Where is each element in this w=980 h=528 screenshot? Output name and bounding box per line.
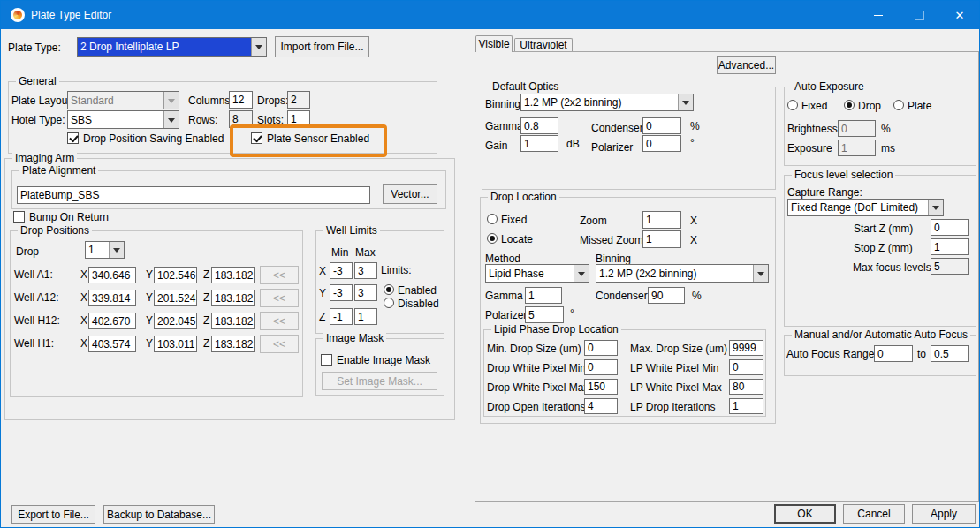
condenser-field[interactable]: 0 [642,117,681,134]
dl-polarizer-field[interactable]: 5 [525,306,564,323]
gain-label: Gain [485,140,507,152]
well-z-field[interactable]: 183.182 [211,290,255,306]
limits-label: Limits: [381,264,412,276]
enable-image-mask-checkbox[interactable] [321,354,332,366]
drop-position-saving-checkbox[interactable] [67,132,79,144]
plate-sensor-checkbox[interactable] [251,132,262,144]
hotel-type-combo[interactable]: SBS [67,110,179,129]
lp-white-pixel-min-field[interactable]: 0 [729,359,763,375]
advanced-button[interactable]: Advanced... [717,56,776,74]
slots-field[interactable]: 1 [287,110,310,128]
max-drop-size-field[interactable]: 9999 [729,340,763,356]
max-drop-size-label: Max. Drop Size (um) [630,343,727,355]
bump-on-return-checkbox[interactable] [13,211,25,223]
hotel-type-label: Hotel Type: [11,114,65,126]
apply-button[interactable]: Apply [912,504,976,524]
y-min-field[interactable]: -3 [330,284,353,301]
tab-visible[interactable]: Visible [475,35,513,52]
polarizer-label: Polarizer [591,141,633,154]
binning-combo[interactable]: 1.2 MP (2x2 binning) [520,94,694,111]
stop-z-field[interactable]: 1 [931,238,969,255]
capture-range-combo[interactable]: Fixed Range (DoF Limited) [787,199,944,216]
well-y-field[interactable]: 102.546 [154,267,197,283]
plate-alignment-field[interactable]: PlateBump_SBS [17,186,370,204]
x-axis-label: X [80,314,87,327]
app-icon [11,8,25,22]
start-z-field[interactable]: 0 [931,219,969,236]
zoom-field[interactable]: 1 [642,211,681,229]
set-image-mask-button: Set Image Mask... [322,372,437,390]
gain-field[interactable]: 1 [520,135,558,152]
vector-button[interactable]: Vector... [383,184,437,204]
tab-ultraviolet[interactable]: Ultraviolet [514,38,573,51]
drop-positions-group-title: Drop Positions [18,224,92,237]
well-z-field[interactable]: 183.182 [211,336,255,352]
gamma-field[interactable]: 0.8 [520,117,558,134]
fixed-location-radio[interactable] [487,214,498,224]
limits-disabled-label: Disabled [398,298,439,310]
well-x-field[interactable]: 402.670 [88,313,136,329]
export-to-file-button[interactable]: Export to File... [11,505,95,524]
drop-open-iterations-field[interactable]: 4 [584,398,618,414]
z-max-field[interactable]: 1 [354,308,377,325]
missed-zoom-field[interactable]: 1 [642,230,681,248]
ok-button[interactable]: OK [774,504,836,524]
backup-to-database-button[interactable]: Backup to Database... [103,505,215,524]
locate-radio[interactable] [487,233,498,244]
auto-focus-range-to-field[interactable]: 0.5 [931,345,969,362]
well-x-field[interactable]: 403.574 [88,336,136,352]
drop-white-pixel-max-field[interactable]: 150 [584,379,618,395]
brightness-label: Brightness [787,123,838,135]
max-focus-levels-label: Max focus levels [853,261,931,274]
zoom-label: Zoom [580,215,607,227]
minimize-button[interactable] [858,1,899,29]
lp-drop-iterations-field[interactable]: 1 [729,398,763,414]
y-axis-label: Y [146,268,153,281]
well-z-field[interactable]: 183.182 [211,313,255,329]
well-y-field[interactable]: 201.524 [154,290,197,306]
polarizer-field[interactable]: 0 [642,135,681,152]
lp-drop-iterations-label: LP Drop Iterations [630,401,716,413]
min-drop-size-field[interactable]: 0 [584,340,618,356]
well-x-field[interactable]: 340.646 [88,267,136,283]
well-y-field[interactable]: 202.045 [154,313,197,329]
well-z-field[interactable]: 183.182 [211,267,255,283]
limits-enabled-radio[interactable] [384,284,394,295]
plate-type-combo[interactable]: 2 Drop Intelliplate LP [77,37,267,57]
limits-disabled-radio[interactable] [384,298,394,308]
lp-white-pixel-max-field[interactable]: 80 [729,379,763,395]
columns-field[interactable]: 12 [229,91,253,109]
drop-white-pixel-min-field[interactable]: 0 [584,359,618,375]
drop-combo[interactable]: 1 [85,241,125,259]
z-axis-label: Z [203,291,209,304]
z-min-field[interactable]: -1 [330,308,353,325]
x-max-field[interactable]: 3 [354,262,377,279]
auto-focus-range-from-field[interactable]: 0 [874,345,913,362]
dl-gamma-field[interactable]: 1 [525,287,562,304]
default-optics-group-title: Default Optics [490,80,561,93]
gain-unit: dB [566,138,580,150]
well-y-field[interactable]: 103.011 [154,336,197,352]
well-limits-group-title: Well Limits [323,224,380,237]
import-from-file-button[interactable]: Import from File... [275,36,369,57]
well-label: Well A1: [14,268,53,281]
copy-position-button: << [260,289,299,307]
cancel-button[interactable]: Cancel [843,504,905,524]
close-button[interactable]: ✕ [939,1,980,29]
stop-z-label: Stop Z (mm) [854,242,913,254]
dl-polarizer-label: Polarizer [485,309,527,321]
well-x-field[interactable]: 339.814 [88,290,136,306]
plate-sensor-label: Plate Sensor Enabled [267,132,369,145]
well-label: Well H1: [14,337,54,350]
ae-plate-radio[interactable] [893,100,904,110]
method-combo[interactable]: Lipid Phase [485,264,589,283]
bump-on-return-label: Bump On Return [29,211,109,223]
exposure-field: 1 [838,140,876,156]
y-max-field[interactable]: 3 [354,284,377,301]
copy-position-button: << [260,312,299,330]
ae-drop-radio[interactable] [844,100,855,110]
ae-fixed-radio[interactable] [787,100,798,110]
x-min-field[interactable]: -3 [330,262,353,279]
dl-condenser-field[interactable]: 90 [648,287,685,304]
dl-binning-combo[interactable]: 1.2 MP (2x2 binning) [596,264,769,283]
